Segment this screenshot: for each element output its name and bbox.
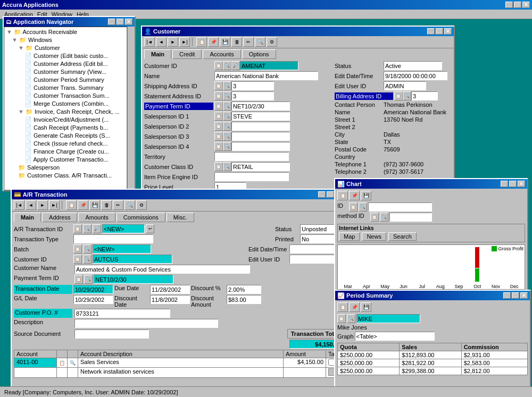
- period-user-input[interactable]: MIKE: [356, 314, 420, 323]
- tree-merge-customers[interactable]: 📄 Merge Customers (Combin...: [5, 100, 126, 108]
- tree-invoice[interactable]: ▼ 📁 Invoice, Cash Receipt, Check, ...: [5, 108, 126, 116]
- tb-btn5[interactable]: ✏: [243, 37, 254, 47]
- customer-id-icon1[interactable]: 📋: [214, 61, 223, 70]
- search-btn[interactable]: Search: [388, 232, 417, 241]
- chart-id-input[interactable]: [368, 202, 432, 212]
- batch-icon2[interactable]: 🔍: [83, 244, 92, 254]
- ar-tab-amounts[interactable]: Amounts: [78, 213, 115, 222]
- payment-icon1[interactable]: 📋: [214, 102, 223, 111]
- ar-tb5[interactable]: ✏: [113, 200, 123, 210]
- payment-term-input[interactable]: NET10/2/30: [231, 102, 290, 111]
- period-minimize[interactable]: _: [503, 292, 511, 299]
- tree-customer-trans[interactable]: 📄 Customer Trans. Summary: [5, 84, 126, 92]
- close-btn[interactable]: ✕: [522, 2, 530, 8]
- ar-tab-misc[interactable]: Misc.: [167, 213, 194, 222]
- ar-cust-icon2[interactable]: 🔍: [83, 255, 92, 264]
- tree-view[interactable]: ▼ 📁 Accounts Receivable ▼ 📁 Windows ▼ 📁 …: [4, 27, 127, 190]
- sales4-icon1[interactable]: 📋: [214, 142, 223, 151]
- tree-customer[interactable]: ▼ 📁 Customer: [5, 44, 126, 52]
- trans-date-input[interactable]: 10/29/2002: [73, 285, 113, 294]
- period-close[interactable]: ✕: [520, 292, 528, 299]
- ar-tb7[interactable]: ⚙: [136, 200, 147, 210]
- customer-minimize[interactable]: _: [427, 28, 435, 35]
- tab-main[interactable]: Main: [144, 49, 171, 59]
- chart-maximize[interactable]: □: [509, 181, 517, 187]
- tb-btn3[interactable]: 💾: [220, 37, 230, 47]
- nav-close[interactable]: ✕: [125, 19, 132, 25]
- tree-scrollbar[interactable]: [127, 27, 135, 190]
- ar-id-input[interactable]: <NEW>: [102, 224, 145, 233]
- period-maximize[interactable]: □: [512, 292, 519, 299]
- tree-customer-period[interactable]: 📄 Customer Period Summary: [5, 76, 126, 84]
- ar-id-icon4[interactable]: ↩: [146, 224, 154, 233]
- cust-name-input[interactable]: Automated & Custom Food Services: [74, 265, 250, 274]
- sales1-icon1[interactable]: 📋: [214, 112, 223, 121]
- tree-accounts-receivable[interactable]: ▼ 📁 Accounts Receivable: [5, 28, 126, 36]
- grid-r1-icon2[interactable]: 🔍: [68, 358, 78, 367]
- cust-po-input[interactable]: 8733121: [74, 309, 170, 318]
- tb-btn1[interactable]: 📋: [196, 37, 207, 47]
- chart-close[interactable]: ✕: [518, 181, 525, 187]
- billing-addr-input[interactable]: 3: [411, 91, 438, 100]
- nav-prev[interactable]: ◄: [156, 37, 167, 47]
- ar-tb6[interactable]: 🔍: [124, 200, 135, 210]
- shipping-addr-input[interactable]: 3: [231, 81, 274, 90]
- chart-tb2[interactable]: 📌: [349, 191, 360, 200]
- ar-tb3[interactable]: 💾: [89, 200, 100, 210]
- sales4-icon2[interactable]: 🔍: [223, 142, 231, 151]
- period-icon2[interactable]: 🔍: [347, 314, 355, 323]
- customer-close[interactable]: ✕: [444, 28, 452, 35]
- tree-finance-charge[interactable]: 📄 Finance Charge (Create cu...: [5, 148, 126, 156]
- ar-nav-last[interactable]: ►|: [49, 200, 60, 210]
- territory-input[interactable]: [214, 152, 289, 161]
- sales2-input[interactable]: [231, 122, 290, 131]
- edit-user-input[interactable]: ADMIN: [384, 81, 426, 90]
- tree-salesperson[interactable]: 📁 Salesperson: [5, 164, 126, 172]
- ar-id-icon3[interactable]: 🔎: [93, 224, 101, 233]
- sales1-input[interactable]: STEVE: [231, 112, 290, 121]
- edit-dt-input[interactable]: 9/18/2000 00:00:00: [384, 71, 447, 80]
- ar-tab-commissions[interactable]: Commissions: [117, 213, 165, 222]
- status-input[interactable]: Active: [384, 61, 442, 70]
- cust-class-icon2[interactable]: 🔍: [223, 162, 231, 171]
- customer-id-icon2[interactable]: 🔍: [223, 61, 231, 70]
- customer-id-input[interactable]: AMENAT: [240, 61, 298, 70]
- sales3-icon1[interactable]: 📋: [214, 132, 223, 141]
- ar-desc-input[interactable]: [74, 319, 218, 328]
- news-btn[interactable]: News: [362, 232, 386, 241]
- nav-last[interactable]: ►|: [179, 37, 190, 47]
- item-price-input[interactable]: [214, 172, 289, 181]
- discount-pct-input[interactable]: 2.00%: [227, 285, 261, 294]
- method-input[interactable]: [389, 213, 432, 222]
- chart-minimize[interactable]: _: [501, 181, 508, 187]
- sales3-input[interactable]: [231, 132, 290, 141]
- sales3-icon2[interactable]: 🔍: [223, 132, 231, 141]
- name-input[interactable]: American National Bank: [214, 71, 318, 80]
- ar-cust-icon1[interactable]: 📋: [73, 255, 82, 264]
- tb-btn4[interactable]: 🗑: [231, 37, 242, 47]
- ar-cust-input[interactable]: AUTCUS: [93, 255, 172, 264]
- ar-tab-address[interactable]: Address: [42, 213, 77, 222]
- ar-minimize[interactable]: _: [318, 191, 326, 198]
- maximize-btn[interactable]: □: [514, 2, 521, 8]
- tree-generate-cash[interactable]: 📄 Generate Cash Receipts (S...: [5, 132, 126, 140]
- trans-type-input[interactable]: [73, 234, 153, 243]
- cid-icon1[interactable]: 📋: [349, 202, 358, 212]
- ar-nav-first[interactable]: |◄: [14, 200, 24, 210]
- method-icon2[interactable]: 🔍: [380, 213, 388, 222]
- nav-maximize[interactable]: □: [117, 19, 124, 25]
- tree-customer-address[interactable]: 📄 Customer Address (Edit bil...: [5, 60, 126, 68]
- ar-tb4[interactable]: 🗑: [101, 200, 112, 210]
- period-icon1[interactable]: 📋: [337, 314, 346, 323]
- payment-icon2[interactable]: 🔍: [223, 102, 231, 111]
- ar-pay-term-input[interactable]: NET10/2/30: [94, 275, 173, 284]
- ar-nav-prev[interactable]: ◄: [26, 200, 36, 210]
- src-doc-input[interactable]: [74, 330, 149, 339]
- ar-nav-next[interactable]: ►: [37, 200, 48, 210]
- stmt-addr-input[interactable]: 3: [231, 91, 274, 100]
- customer-id-icon3[interactable]: 🔎: [231, 61, 240, 70]
- nav-minimize[interactable]: _: [108, 19, 115, 25]
- due-date-input[interactable]: 11/28/2002: [150, 285, 190, 294]
- method-icon1[interactable]: 📋: [370, 213, 379, 222]
- tab-accounts[interactable]: Accounts: [203, 49, 240, 59]
